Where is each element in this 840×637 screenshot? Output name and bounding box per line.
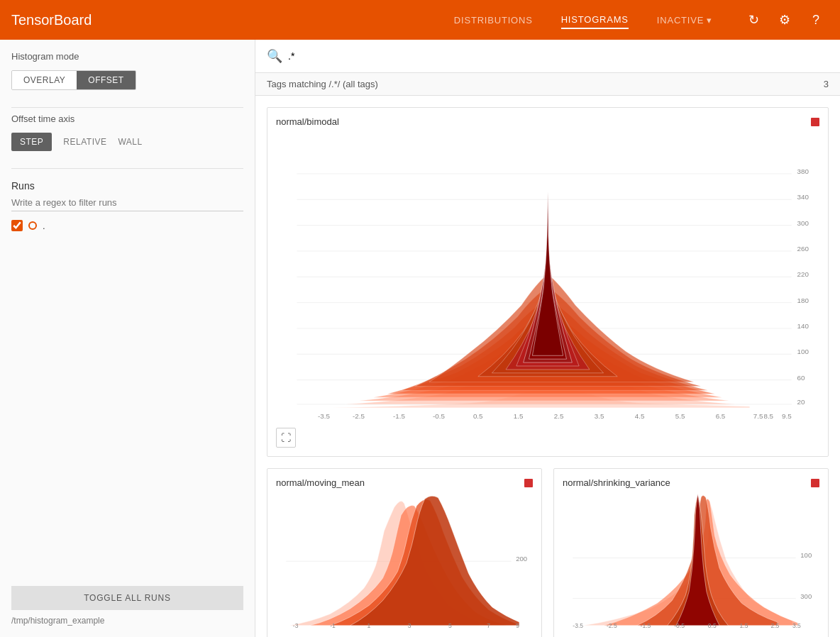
main-nav: DISTRIBUTIONS HISTOGRAMS INACTIVE ▾ <box>454 11 712 29</box>
histogram-mode-toggle: OVERLAY OFFSET <box>11 70 136 90</box>
nav-histograms[interactable]: HISTOGRAMS <box>561 11 629 29</box>
wall-button[interactable]: WALL <box>118 133 142 151</box>
chart-moving-mean-area: 200 -3 -1 1 3 5 <box>276 494 533 629</box>
svg-text:9: 9 <box>516 622 519 629</box>
time-axis-group: STEP RELATIVE WALL <box>11 133 243 151</box>
chart-bimodal-title: normal/bimodal <box>276 116 339 127</box>
svg-text:220: 220 <box>797 270 809 278</box>
chart-moving-mean-svg: 200 -3 -1 1 3 5 <box>276 494 533 629</box>
expand-bimodal-button[interactable]: ⛶ <box>276 428 296 448</box>
runs-label: Runs <box>11 180 243 192</box>
chart-row: normal/moving_mean 200 <box>267 468 829 637</box>
sidebar-path: /tmp/histogram_example <box>11 616 243 626</box>
svg-text:-2.5: -2.5 <box>607 622 617 629</box>
svg-text:-1: -1 <box>330 622 336 629</box>
toggle-all-runs-button[interactable]: TOGGLE ALL RUNS <box>11 586 243 610</box>
nav-distributions[interactable]: DISTRIBUTIONS <box>454 12 533 28</box>
header-icons: ↻ ⚙ ? <box>741 7 829 33</box>
svg-text:100: 100 <box>797 348 809 355</box>
svg-text:2.5: 2.5 <box>554 412 564 420</box>
chart-shrinking-variance-svg: 100 300 -3.5 <box>563 494 819 629</box>
svg-text:20: 20 <box>797 398 805 406</box>
chart-shrinking-variance: normal/shrinking_variance 100 300 <box>553 468 829 637</box>
svg-text:3.5: 3.5 <box>792 622 801 629</box>
svg-text:-3.5: -3.5 <box>573 622 583 629</box>
chart-bimodal-color-dot <box>811 118 819 126</box>
svg-text:6.5: 6.5 <box>716 412 726 420</box>
run-name: . <box>43 221 45 231</box>
svg-text:5: 5 <box>448 622 452 629</box>
svg-text:140: 140 <box>797 322 809 330</box>
svg-text:1.5: 1.5 <box>514 412 524 420</box>
relative-button[interactable]: RELATIVE <box>63 133 106 151</box>
svg-text:9.5: 9.5 <box>782 412 792 420</box>
overlay-button[interactable]: OVERLAY <box>12 71 77 89</box>
svg-text:4.5: 4.5 <box>635 412 645 420</box>
svg-text:1.5: 1.5 <box>740 622 748 629</box>
svg-text:380: 380 <box>797 167 809 175</box>
svg-text:3: 3 <box>408 622 411 629</box>
chart-bimodal-area: 20 60 100 140 180 220 260 300 340 380 <box>276 133 819 448</box>
svg-text:7: 7 <box>487 622 490 629</box>
charts-container: normal/bimodal 20 <box>255 96 840 637</box>
divider-2 <box>11 168 243 169</box>
runs-regex-input[interactable] <box>11 194 243 211</box>
tags-matching-text: Tags matching /.*/ (all tags) <box>267 79 378 89</box>
chart-moving-mean-title-row: normal/moving_mean <box>276 477 533 488</box>
main-layout: Histogram mode OVERLAY OFFSET Offset tim… <box>0 40 840 637</box>
chart-bimodal-svg: 20 60 100 140 180 220 260 300 340 380 <box>276 133 819 425</box>
chart-shrinking-variance-area: 100 300 -3.5 <box>563 494 819 629</box>
help-button[interactable]: ? <box>803 7 829 33</box>
chart-moving-mean-color-dot <box>524 479 533 487</box>
svg-text:-0.5: -0.5 <box>674 622 685 629</box>
divider-1 <box>11 107 243 108</box>
svg-text:-1.5: -1.5 <box>393 412 405 420</box>
chart-moving-mean: normal/moving_mean 200 <box>267 468 542 637</box>
svg-text:1: 1 <box>368 622 371 629</box>
tags-header: Tags matching /.*/ (all tags) 3 <box>255 73 840 96</box>
svg-text:-3: -3 <box>293 622 299 629</box>
svg-text:-1.5: -1.5 <box>641 622 651 629</box>
run-color-dot <box>28 221 37 230</box>
svg-text:7.5: 7.5 <box>753 412 763 420</box>
chart-moving-mean-title: normal/moving_mean <box>276 477 365 488</box>
svg-text:260: 260 <box>797 245 809 253</box>
svg-text:-2.5: -2.5 <box>353 412 365 420</box>
svg-text:0.5: 0.5 <box>708 622 717 629</box>
main-content: 🔍 Tags matching /.*/ (all tags) 3 normal… <box>255 40 840 637</box>
svg-text:3.5: 3.5 <box>595 412 604 420</box>
run-item: . <box>11 220 243 231</box>
svg-text:180: 180 <box>797 297 809 304</box>
histogram-mode-label: Histogram mode <box>11 51 243 62</box>
svg-text:200: 200 <box>516 555 527 563</box>
search-icon: 🔍 <box>267 48 282 64</box>
refresh-button[interactable]: ↻ <box>741 7 766 33</box>
app-header: TensorBoard DISTRIBUTIONS HISTOGRAMS INA… <box>0 0 840 40</box>
search-bar: 🔍 <box>255 40 840 73</box>
search-input[interactable] <box>288 50 829 62</box>
chart-bimodal-title-row: normal/bimodal <box>276 116 819 127</box>
svg-text:5.5: 5.5 <box>675 412 685 420</box>
svg-text:8.5: 8.5 <box>763 412 773 420</box>
chart-bimodal: normal/bimodal 20 <box>267 107 829 457</box>
sidebar: Histogram mode OVERLAY OFFSET Offset tim… <box>0 40 255 637</box>
svg-text:0.5: 0.5 <box>473 412 483 420</box>
svg-text:-3.5: -3.5 <box>318 412 330 420</box>
tags-count: 3 <box>824 79 829 89</box>
step-button[interactable]: STEP <box>11 133 52 151</box>
svg-text:100: 100 <box>800 552 812 560</box>
run-checkbox[interactable] <box>11 220 23 231</box>
chart-shrinking-variance-title: normal/shrinking_variance <box>563 477 670 488</box>
svg-text:-0.5: -0.5 <box>433 412 445 420</box>
svg-text:300: 300 <box>797 219 809 227</box>
offset-button[interactable]: OFFSET <box>77 71 135 89</box>
svg-text:300: 300 <box>800 592 812 600</box>
app-logo: TensorBoard <box>11 12 92 28</box>
chart-shrinking-variance-title-row: normal/shrinking_variance <box>563 477 819 488</box>
settings-button[interactable]: ⚙ <box>772 7 797 33</box>
nav-inactive[interactable]: INACTIVE ▾ <box>657 15 712 26</box>
chart-shrinking-variance-color-dot <box>811 479 819 487</box>
svg-text:2.5: 2.5 <box>770 622 779 629</box>
svg-text:340: 340 <box>797 193 809 201</box>
svg-text:60: 60 <box>797 374 805 382</box>
